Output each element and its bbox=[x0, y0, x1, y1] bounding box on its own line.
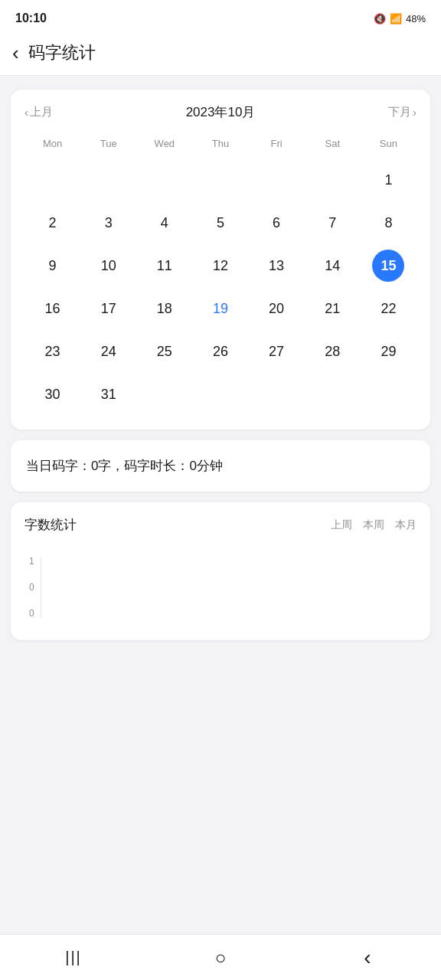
table-row[interactable]: 4 bbox=[136, 203, 192, 243]
table-row bbox=[305, 374, 361, 414]
chevron-right-icon: › bbox=[413, 106, 416, 119]
calendar-day[interactable]: 9 bbox=[37, 250, 69, 282]
prev-month-button[interactable]: ‹ 上月 bbox=[24, 105, 53, 119]
calendar-grid: 1234567891011121314151617181920212223242… bbox=[24, 160, 416, 414]
tab-this-week[interactable]: 本周 bbox=[363, 518, 384, 532]
calendar-day[interactable]: 19 bbox=[204, 292, 237, 325]
table-row bbox=[249, 160, 305, 200]
menu-nav-button[interactable]: ||| bbox=[51, 942, 96, 973]
calendar-day[interactable]: 13 bbox=[260, 250, 292, 282]
table-row[interactable]: 6 bbox=[249, 203, 305, 243]
calendar-title: 2023年10月 bbox=[186, 103, 256, 121]
table-row[interactable]: 9 bbox=[24, 246, 80, 286]
table-row bbox=[249, 374, 305, 414]
table-row[interactable]: 11 bbox=[136, 246, 192, 286]
table-row[interactable]: 30 bbox=[24, 374, 80, 414]
table-row[interactable]: 25 bbox=[136, 332, 192, 371]
calendar-weekdays: Mon Tue Wed Thu Fri Sat Sun bbox=[24, 135, 416, 155]
table-row bbox=[136, 160, 192, 200]
calendar-day[interactable]: 28 bbox=[316, 335, 348, 368]
tab-this-month[interactable]: 本月 bbox=[395, 518, 416, 532]
table-row[interactable]: 20 bbox=[249, 289, 305, 328]
calendar-day[interactable]: 7 bbox=[316, 207, 348, 239]
table-row[interactable]: 29 bbox=[361, 332, 416, 371]
table-row[interactable]: 1 bbox=[361, 160, 416, 200]
weekday-fri: Fri bbox=[249, 135, 305, 155]
calendar-day[interactable]: 2 bbox=[37, 207, 69, 239]
table-row[interactable]: 31 bbox=[80, 374, 136, 414]
table-row[interactable]: 24 bbox=[80, 332, 136, 371]
calendar-day[interactable]: 31 bbox=[93, 378, 125, 410]
weekday-tue: Tue bbox=[80, 135, 136, 155]
calendar-day[interactable]: 17 bbox=[93, 292, 125, 325]
calendar-day[interactable]: 18 bbox=[149, 292, 181, 325]
bottom-navigation: ||| ○ ‹ bbox=[0, 934, 441, 980]
calendar-day[interactable]: 12 bbox=[204, 250, 237, 282]
table-row bbox=[80, 160, 136, 200]
calendar-day[interactable]: 23 bbox=[37, 335, 69, 368]
menu-icon: ||| bbox=[65, 949, 82, 966]
table-row[interactable]: 26 bbox=[192, 332, 248, 371]
weekday-sat: Sat bbox=[305, 135, 361, 155]
calendar-nav: ‹ 上月 2023年10月 下月 › bbox=[24, 103, 416, 121]
back-icon: ‹ bbox=[364, 946, 371, 970]
calendar-day[interactable]: 25 bbox=[149, 335, 181, 368]
calendar-day[interactable]: 11 bbox=[149, 250, 181, 282]
calendar-day[interactable]: 16 bbox=[37, 292, 69, 325]
back-nav-button[interactable]: ‹ bbox=[345, 942, 390, 973]
table-row bbox=[192, 374, 248, 414]
table-row[interactable]: 18 bbox=[136, 289, 192, 328]
table-row[interactable]: 15 bbox=[361, 246, 416, 286]
table-row[interactable]: 2 bbox=[24, 203, 80, 243]
next-month-button[interactable]: 下月 › bbox=[388, 105, 416, 119]
table-row[interactable]: 21 bbox=[305, 289, 361, 328]
table-row[interactable]: 3 bbox=[80, 203, 136, 243]
table-row[interactable]: 14 bbox=[305, 246, 361, 286]
calendar-day[interactable]: 30 bbox=[37, 378, 69, 410]
main-content: ‹ 上月 2023年10月 下月 › Mon Tue Wed Thu Fri S… bbox=[0, 76, 441, 654]
table-row[interactable]: 10 bbox=[80, 246, 136, 286]
weekday-thu: Thu bbox=[192, 135, 248, 155]
table-row[interactable]: 27 bbox=[249, 332, 305, 371]
home-nav-button[interactable]: ○ bbox=[198, 942, 243, 973]
table-row[interactable]: 19 bbox=[192, 289, 248, 328]
table-row[interactable]: 7 bbox=[305, 203, 361, 243]
table-row[interactable]: 5 bbox=[192, 203, 248, 243]
table-row[interactable]: 23 bbox=[24, 332, 80, 371]
daily-stats-text: 当日码字：0字，码字时长：0分钟 bbox=[26, 459, 223, 473]
calendar-day[interactable]: 10 bbox=[93, 250, 125, 282]
calendar-day[interactable]: 8 bbox=[372, 207, 404, 239]
table-row[interactable]: 17 bbox=[80, 289, 136, 328]
back-button[interactable]: ‹ bbox=[12, 43, 19, 63]
table-row[interactable]: 22 bbox=[361, 289, 416, 328]
status-icons: 🔇 📶 48% bbox=[374, 13, 426, 24]
table-row[interactable]: 16 bbox=[24, 289, 80, 328]
table-row[interactable]: 12 bbox=[192, 246, 248, 286]
calendar-day[interactable]: 4 bbox=[149, 207, 181, 239]
calendar-day[interactable]: 6 bbox=[260, 207, 292, 239]
table-row[interactable]: 28 bbox=[305, 332, 361, 371]
calendar-day[interactable]: 3 bbox=[93, 207, 125, 239]
calendar-day[interactable]: 14 bbox=[316, 250, 348, 282]
table-row[interactable]: 8 bbox=[361, 203, 416, 243]
calendar-day[interactable]: 24 bbox=[93, 335, 125, 368]
calendar-day[interactable]: 26 bbox=[204, 335, 237, 368]
calendar-day[interactable]: 29 bbox=[372, 335, 404, 368]
calendar-day[interactable]: 15 bbox=[372, 250, 404, 282]
app-header: ‹ 码字统计 bbox=[0, 34, 441, 76]
tab-last-week[interactable]: 上周 bbox=[331, 518, 352, 532]
y-label-0b: 0 bbox=[29, 609, 34, 618]
table-row bbox=[136, 374, 192, 414]
calendar-day[interactable]: 5 bbox=[204, 207, 237, 239]
calendar-day[interactable]: 22 bbox=[372, 292, 404, 325]
chart-bars bbox=[41, 557, 416, 618]
calendar-day[interactable]: 27 bbox=[260, 335, 292, 368]
calendar-day[interactable]: 1 bbox=[372, 164, 404, 196]
table-row bbox=[192, 160, 248, 200]
table-row[interactable]: 13 bbox=[249, 246, 305, 286]
status-time: 10:10 bbox=[15, 11, 47, 25]
weekday-wed: Wed bbox=[136, 135, 192, 155]
calendar-day[interactable]: 20 bbox=[260, 292, 292, 325]
table-row bbox=[305, 160, 361, 200]
calendar-day[interactable]: 21 bbox=[316, 292, 348, 325]
